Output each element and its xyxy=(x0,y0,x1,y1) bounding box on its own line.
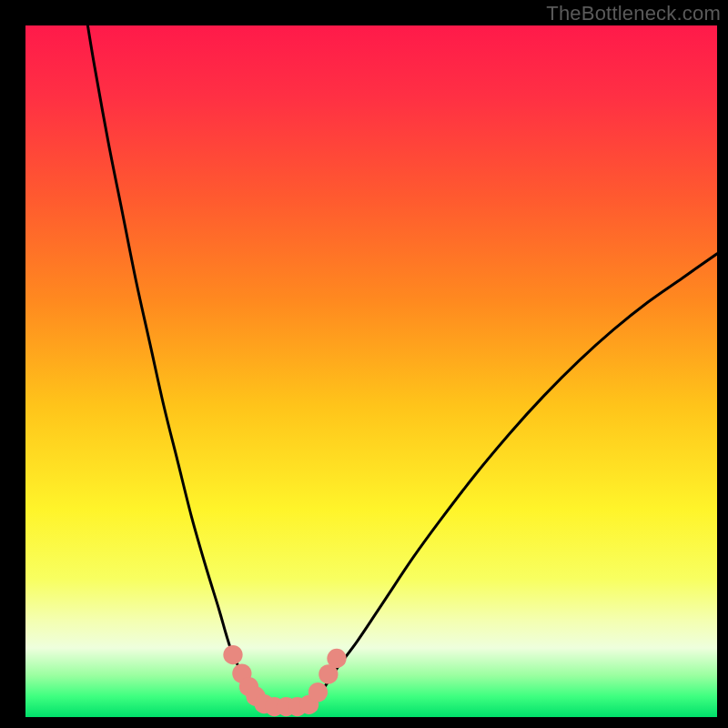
data-marker xyxy=(223,645,242,664)
gradient-bg xyxy=(25,25,717,717)
plot-frame xyxy=(25,25,717,717)
data-marker xyxy=(327,649,346,668)
plot-area xyxy=(25,25,717,717)
watermark-text: TheBottleneck.com xyxy=(546,2,721,25)
data-marker xyxy=(308,682,328,702)
